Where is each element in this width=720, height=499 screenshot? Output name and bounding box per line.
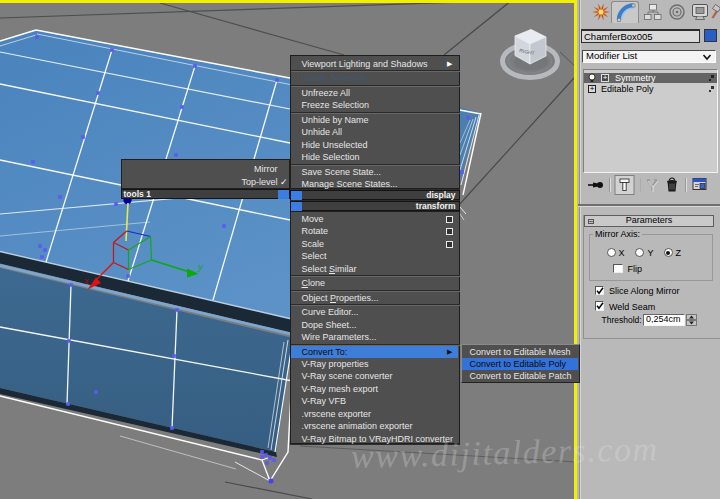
svg-text:x: x xyxy=(83,276,89,286)
svg-text:y: y xyxy=(197,262,203,272)
